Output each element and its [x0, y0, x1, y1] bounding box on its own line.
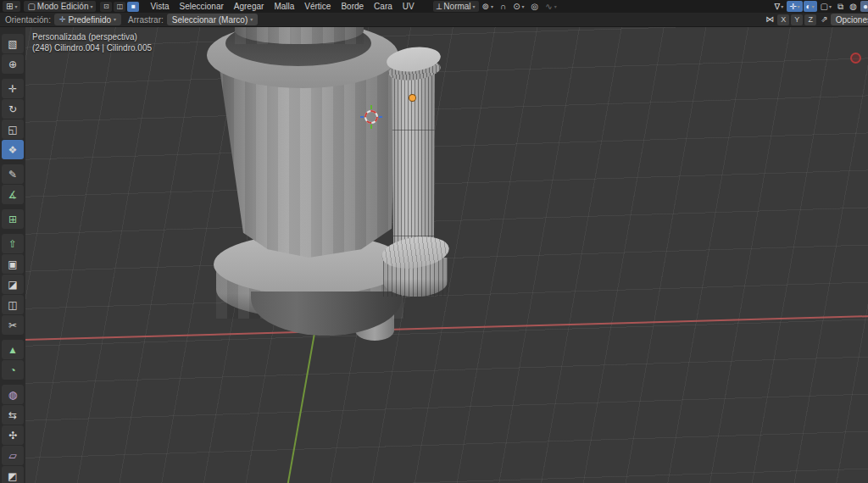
annotation-dot — [850, 53, 861, 64]
edit-mode-icon: ▢ — [27, 3, 35, 11]
menu-vista[interactable]: Vista — [145, 0, 174, 13]
tool-edge-slide[interactable]: ⇆ — [2, 405, 24, 425]
tool-loop-cut[interactable]: ◫ — [2, 295, 24, 314]
viewport-header: ⊞ ▾ ▢ Modo Edición ▾ ⊡◫■ VistaSelecciona… — [0, 0, 868, 13]
3d-viewport[interactable]: Personalizada (perspectiva) (248) Cilind… — [0, 27, 868, 483]
wireframe-icon: ◍ — [849, 3, 857, 11]
tool-settings-bar: Orientación: ✛ Predefinido ▾ Arrastrar: … — [0, 13, 868, 27]
tool-scale[interactable]: ◱ — [2, 119, 24, 139]
show-overlays-toggle[interactable]: ◐ ▾ — [804, 1, 817, 12]
tool-measure[interactable]: ∡ — [2, 185, 24, 204]
tool-shear[interactable]: ▱ — [2, 446, 24, 465]
editor-type-dropdown[interactable]: ⊞ ▾ — [3, 1, 20, 12]
chevron-down-icon: ▾ — [829, 4, 832, 9]
falloff-dropdown[interactable]: ∿ ▾ — [542, 1, 559, 12]
proportional-editing-toggle[interactable]: ◎ — [528, 1, 542, 12]
shading-solid-button[interactable]: ● — [860, 1, 868, 12]
chevron-down-icon: ▾ — [14, 4, 17, 9]
chevron-down-icon: ▾ — [90, 4, 92, 9]
toggle-xray-button[interactable]: ⧉ — [835, 1, 846, 12]
xray-menu-icon: ▢ — [821, 3, 828, 11]
object-filter-dropdown[interactable]: ∇ ▾ — [771, 1, 786, 12]
tool-add-cube[interactable]: ⊞ — [2, 209, 24, 229]
snap-target-icon: ⊙ — [513, 3, 520, 11]
mode-edge-select[interactable]: ◫ — [114, 2, 125, 12]
tool-poly-build[interactable]: ▲ — [2, 340, 24, 359]
tool-inset-faces[interactable]: ▣ — [2, 254, 24, 274]
tool-bevel[interactable]: ◪ — [2, 275, 24, 294]
shading-wireframe-button[interactable]: ◍ — [847, 1, 860, 12]
drag-setting-label: Arrastrar: — [128, 15, 164, 25]
pivot-icon: ⊚ — [482, 3, 489, 11]
mode-face-select[interactable]: ■ — [127, 2, 139, 12]
view-name-label: Personalizada (perspectiva) — [32, 32, 137, 42]
options-label: Opciones — [836, 15, 868, 25]
pivot-point-dropdown[interactable]: ⊚ ▾ — [479, 1, 497, 12]
tool-annotate[interactable]: ✎ — [2, 164, 24, 184]
preset-icon: ✛ — [59, 16, 66, 24]
tool-move[interactable]: ✛ — [2, 79, 24, 98]
solid-shading-icon: ● — [863, 3, 868, 11]
mirror-axis-z[interactable]: Z — [804, 14, 816, 25]
tool-cursor[interactable]: ⊕ — [2, 54, 24, 74]
drag-action-value: Seleccionar (Marco) — [172, 15, 248, 25]
menu-malla[interactable]: Malla — [269, 0, 299, 13]
chevron-down-icon: ▾ — [250, 17, 253, 22]
small-cylinder-body — [391, 64, 436, 256]
gizmo-icon: ✛ — [789, 3, 796, 11]
orientation-icon: ⟂ — [437, 3, 442, 11]
mirror-options[interactable]: ⋈ — [763, 14, 776, 25]
mirror-axis-group: XYZ — [776, 14, 817, 25]
mode-vertex-select[interactable]: ⊡ — [100, 2, 112, 12]
drag-action-dropdown[interactable]: Seleccionar (Marco) ▾ — [167, 14, 259, 25]
tool-rotate[interactable]: ↻ — [2, 99, 24, 119]
mirror-axis-x[interactable]: X — [777, 14, 789, 25]
menu-borde[interactable]: Borde — [336, 0, 369, 13]
chevron-down-icon: ▾ — [491, 4, 493, 9]
editor-type-icon: ⊞ — [6, 3, 13, 11]
inner-top-cylinder — [235, 27, 364, 44]
tool-shrink-fatten[interactable]: ✣ — [2, 425, 24, 445]
snap-toggle[interactable]: ∩ — [497, 1, 509, 12]
orientation-setting-label: Orientación: — [5, 15, 51, 25]
menu-seleccionar[interactable]: Seleccionar — [175, 0, 229, 13]
tool-transform[interactable]: ❖ — [2, 140, 24, 159]
chevron-down-icon: ▾ — [554, 4, 557, 9]
menu-vertice[interactable]: Vértice — [299, 0, 336, 13]
selection-origin-dot — [409, 94, 416, 102]
xray-icon: ⧉ — [837, 3, 843, 11]
mirror-icon: ⋈ — [765, 15, 774, 24]
blender-window: ⊞ ▾ ▢ Modo Edición ▾ ⊡◫■ VistaSelecciona… — [0, 0, 868, 483]
prop-snap-icon: ⇗ — [821, 15, 827, 24]
tool-knife[interactable]: ✂ — [2, 315, 24, 335]
tool-settings-right: ⋈ XYZ ⇗ Opciones ▾ — [762, 14, 863, 25]
chevron-down-icon: ▾ — [812, 4, 815, 9]
mirror-axis-y[interactable]: Y — [791, 14, 803, 25]
select-mode-group: ⊡◫■ — [99, 2, 140, 12]
header-right-cluster: ∇ ▾ ✛ ▾ ◐ ▾ ▢ ▾ ⧉ ◍ ● — [771, 1, 865, 12]
tool-smooth[interactable]: ◍ — [2, 385, 24, 404]
proportional-snap-options[interactable]: ⇗ — [818, 14, 830, 25]
chevron-down-icon: ▾ — [522, 4, 525, 9]
mode-dropdown[interactable]: ▢ Modo Edición ▾ — [24, 1, 96, 12]
orientation-preset-value: Predefinido — [68, 15, 111, 25]
tool-shelf: ▧ ⊕ ✛ ↻ ◱ ❖ ✎ ∡ ⊞ ⇧ — [0, 27, 25, 483]
orientation-preset-dropdown[interactable]: ✛ Predefinido ▾ — [54, 14, 121, 25]
xray-dropdown[interactable]: ▢ ▾ — [818, 1, 834, 12]
menu-cara[interactable]: Cara — [369, 0, 398, 13]
mode-label: Modo Edición — [37, 2, 89, 11]
tool-spin[interactable]: ◔ — [2, 360, 24, 380]
tool-select-box[interactable]: ▧ — [2, 34, 24, 53]
active-object-label: (248) Cilindro.004 | Cilindro.005 — [32, 43, 152, 53]
options-dropdown[interactable]: Opciones ▾ — [831, 14, 868, 25]
menu-uv[interactable]: UV — [398, 0, 420, 13]
proportional-icon: ◎ — [531, 3, 539, 11]
filter-icon: ∇ — [774, 3, 780, 11]
transform-orientation-dropdown[interactable]: ⟂ Normal ▾ — [433, 1, 479, 12]
snap-target-dropdown[interactable]: ⊙ ▾ — [509, 1, 527, 12]
show-gizmo-toggle[interactable]: ✛ ▾ — [787, 1, 802, 12]
tool-extrude-region[interactable]: ⇧ — [2, 234, 24, 253]
tool-rip-region[interactable]: ◩ — [2, 466, 24, 483]
menu-agregar[interactable]: Agregar — [229, 0, 270, 13]
chevron-down-icon: ▾ — [114, 17, 116, 22]
